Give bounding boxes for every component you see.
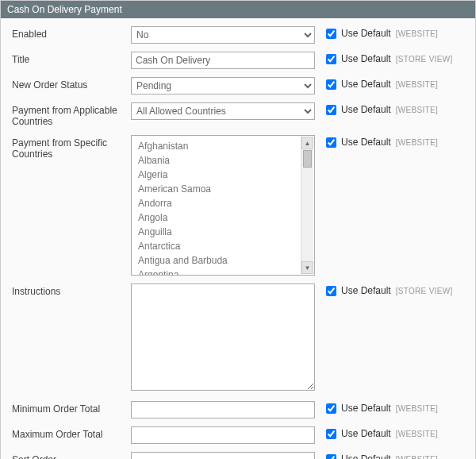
panel-body: Enabled No Use Default [WEBSITE] Title U… bbox=[1, 18, 475, 459]
use-default-label: Use Default bbox=[341, 53, 391, 64]
allow-countries-use-default-checkbox[interactable] bbox=[326, 105, 336, 115]
scroll-track[interactable] bbox=[301, 150, 313, 260]
scope-tag: [WEBSITE] bbox=[396, 80, 438, 89]
config-panel: Cash On Delivery Payment Enabled No Use … bbox=[0, 0, 476, 459]
scope-tag: [WEBSITE] bbox=[396, 29, 438, 38]
use-default-label: Use Default bbox=[341, 403, 391, 414]
sort-order-use-default-checkbox[interactable] bbox=[326, 454, 336, 460]
country-option[interactable]: Afghanistan bbox=[132, 139, 314, 153]
max-order-total-input[interactable] bbox=[131, 426, 315, 444]
label-title: Title bbox=[4, 52, 131, 65]
scope-tag: [WEBSITE] bbox=[396, 106, 438, 114]
label-enabled: Enabled bbox=[4, 26, 131, 40]
row-title: Title Use Default [STORE VIEW] bbox=[4, 52, 472, 69]
scroll-thumb[interactable] bbox=[303, 150, 312, 168]
label-new-order-status: New Order Status bbox=[4, 77, 131, 91]
country-option[interactable]: Antigua and Barbuda bbox=[132, 253, 314, 268]
scope-tag: [WEBSITE] bbox=[396, 430, 438, 438]
title-use-default-checkbox[interactable] bbox=[326, 54, 336, 64]
allow-countries-select[interactable]: All Allowed Countries bbox=[131, 102, 315, 120]
row-new-order-status: New Order Status Pending Use Default [WE… bbox=[4, 77, 472, 94]
scroll-down-button[interactable]: ▼ bbox=[301, 261, 313, 274]
scope-tag: [WEBSITE] bbox=[396, 138, 438, 147]
row-min-order-total: Minimum Order Total Use Default [WEBSITE… bbox=[4, 401, 472, 418]
country-option[interactable]: American Samoa bbox=[132, 182, 314, 196]
use-default-label: Use Default bbox=[341, 79, 391, 90]
row-max-order-total: Maximum Order Total Use Default [WEBSITE… bbox=[4, 426, 472, 444]
country-option[interactable]: Anguilla bbox=[132, 225, 314, 239]
scope-tag: [STORE VIEW] bbox=[396, 287, 453, 295]
use-default-label: Use Default bbox=[341, 428, 391, 439]
label-instructions: Instructions bbox=[4, 284, 131, 297]
instructions-textarea[interactable] bbox=[131, 284, 315, 391]
row-sort-order: Sort Order Use Default [WEBSITE] bbox=[4, 452, 472, 459]
use-default-label: Use Default bbox=[341, 104, 391, 115]
use-default-label: Use Default bbox=[341, 28, 391, 39]
min-order-total-use-default-checkbox[interactable] bbox=[326, 403, 336, 414]
country-option[interactable]: Antarctica bbox=[132, 239, 314, 253]
scope-tag: [WEBSITE] bbox=[396, 455, 438, 460]
row-specific-countries: Payment from Specific Countries Afghanis… bbox=[4, 135, 472, 276]
new-order-status-select[interactable]: Pending bbox=[131, 77, 315, 94]
enabled-select[interactable]: No bbox=[131, 26, 315, 44]
scrollbar[interactable]: ▲ ▼ bbox=[301, 137, 313, 274]
country-option[interactable]: Argentina bbox=[132, 268, 314, 275]
country-option[interactable]: Andorra bbox=[132, 196, 314, 210]
row-allow-countries: Payment from Applicable Countries All Al… bbox=[4, 102, 472, 127]
panel-header: Cash On Delivery Payment bbox=[1, 1, 475, 18]
scope-tag: [STORE VIEW] bbox=[396, 55, 453, 64]
country-option[interactable]: Angola bbox=[132, 210, 314, 225]
min-order-total-input[interactable] bbox=[131, 401, 315, 418]
use-default-label: Use Default bbox=[341, 137, 391, 148]
label-sort-order: Sort Order bbox=[4, 452, 131, 459]
title-input[interactable] bbox=[131, 52, 315, 69]
scroll-up-button[interactable]: ▲ bbox=[301, 137, 313, 149]
country-option[interactable]: Algeria bbox=[132, 168, 314, 182]
instructions-use-default-checkbox[interactable] bbox=[326, 286, 336, 296]
use-default-label: Use Default bbox=[341, 285, 391, 296]
label-min-order-total: Minimum Order Total bbox=[4, 401, 131, 415]
scope-tag: [WEBSITE] bbox=[396, 404, 438, 413]
sort-order-input[interactable] bbox=[131, 452, 315, 459]
label-allow-countries: Payment from Applicable Countries bbox=[4, 102, 131, 127]
enabled-use-default-checkbox[interactable] bbox=[326, 29, 336, 39]
country-option[interactable]: Albania bbox=[132, 153, 314, 168]
specific-countries-use-default-checkbox[interactable] bbox=[326, 137, 336, 148]
new-order-status-use-default-checkbox[interactable] bbox=[326, 79, 336, 90]
panel-title: Cash On Delivery Payment bbox=[7, 4, 122, 15]
max-order-total-use-default-checkbox[interactable] bbox=[326, 429, 336, 439]
specific-countries-multiselect[interactable]: AfghanistanAlbaniaAlgeriaAmerican SamoaA… bbox=[131, 135, 315, 276]
use-default-label: Use Default bbox=[341, 453, 391, 459]
row-enabled: Enabled No Use Default [WEBSITE] bbox=[4, 26, 472, 44]
row-instructions: Instructions Use Default [STORE VIEW] bbox=[4, 284, 472, 393]
label-max-order-total: Maximum Order Total bbox=[4, 426, 131, 440]
label-specific-countries: Payment from Specific Countries bbox=[4, 135, 131, 160]
